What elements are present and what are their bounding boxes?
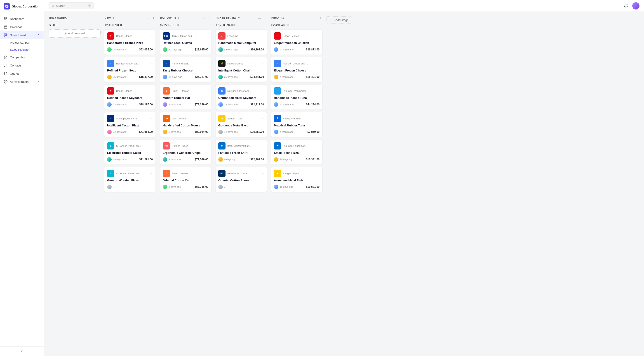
table-row[interactable]: C Batz, McDermott an... ··· Fantastic Fr… <box>215 139 267 165</box>
table-row[interactable]: B Bruen - Stanton ··· Modern Rubber Hat … <box>160 84 211 110</box>
table-row[interactable]: N Bogan - Jones ··· Handcrafted Bronze P… <box>104 30 156 55</box>
table-row[interactable]: AB Dietrich - Koch ··· Ergonomic Concret… <box>160 139 211 165</box>
svg-point-12 <box>5 64 6 65</box>
card-menu-button[interactable]: ··· <box>150 117 153 120</box>
column-menu-under-review[interactable]: ··· <box>257 16 262 21</box>
column-menu-follow-up[interactable]: ··· <box>201 16 206 21</box>
column-add-unassigned[interactable]: + <box>96 15 100 21</box>
card-footer: 22 days ago $22,635.00 <box>163 47 208 52</box>
avatar[interactable] <box>632 2 640 10</box>
card-menu-button[interactable]: ··· <box>261 117 264 120</box>
card-menu-button[interactable]: ··· <box>261 144 264 148</box>
collapse-sidebar-button[interactable] <box>4 349 40 353</box>
card-menu-button[interactable]: ··· <box>261 172 264 175</box>
table-row[interactable]: R Reinger, Glover and ... ··· Unbranded … <box>215 84 267 110</box>
logo-text: C <box>221 145 223 147</box>
search-input[interactable] <box>56 4 86 8</box>
column-add-under-review[interactable]: + <box>262 15 267 21</box>
card-menu-button[interactable]: ··· <box>150 172 153 175</box>
table-row[interactable]: N Bogan - Jones ··· Refined Plastic Keyb… <box>104 84 156 110</box>
column-add-demo[interactable]: + <box>318 15 322 21</box>
card-company: Lesch Inc <box>227 35 260 37</box>
card-amount: $78,289.00 <box>195 103 208 106</box>
card-footer: 25 days ago $34,441.00 <box>218 75 264 79</box>
sidebar-item-quotes[interactable]: Quotes <box>0 70 44 78</box>
table-row[interactable]: B Bruen - Stanton ··· Oriental Cotton Ca… <box>160 167 211 192</box>
card-menu-button[interactable]: ··· <box>150 89 153 93</box>
card-menu-button[interactable]: ··· <box>317 62 320 65</box>
card-menu-button[interactable]: ··· <box>206 89 208 93</box>
card-menu-button[interactable]: ··· <box>317 34 320 38</box>
card-menu-button[interactable]: ··· <box>206 172 208 175</box>
table-row[interactable]: O O'Conner, Parker an... ··· Generic Woo… <box>104 167 156 192</box>
table-row[interactable]: P&G Terry, Stanton and D... ··· Refined … <box>160 30 211 55</box>
table-row[interactable]: R Reinger, Glover and ... ··· Elegant Fr… <box>271 57 322 82</box>
card-menu-button[interactable]: ··· <box>206 34 208 38</box>
card-menu-button[interactable]: ··· <box>150 144 153 148</box>
table-row[interactable]: f Beatty and Sons ··· Practical Rubber T… <box>271 112 322 137</box>
company-logo: D <box>107 115 114 122</box>
card-menu-button[interactable]: ··· <box>206 62 208 65</box>
card-time: a month ago <box>280 48 304 51</box>
sidebar-item-project-kanban[interactable]: Project Kanban <box>0 39 44 46</box>
sidebar-item-dashboard[interactable]: Dashboard <box>0 15 44 23</box>
table-row[interactable]: N Bogan - Jones ··· Elegant Wooden Chick… <box>271 30 322 55</box>
card-menu-button[interactable]: ··· <box>206 117 208 120</box>
card-menu-button[interactable]: ··· <box>317 172 320 175</box>
card-title: Refined Steel Gloves <box>163 41 208 45</box>
card-menu-button[interactable]: ··· <box>261 34 264 38</box>
sidebar-item-calendar[interactable]: Calendar <box>0 23 44 31</box>
add-card-button[interactable]: ⊞Add new card <box>48 30 100 38</box>
card-header: R Reinger, Glover and ... ··· <box>274 60 320 67</box>
card-title: Refined Plastic Keyboard <box>107 96 153 100</box>
card-avatar <box>107 157 112 162</box>
card-menu-button[interactable]: ··· <box>150 62 153 65</box>
sidebar-item-sales-pipeline[interactable]: Sales Pipeline <box>0 46 44 53</box>
table-row[interactable]: GS Hermiston - Carter ··· Oriental Cotto… <box>215 167 267 192</box>
table-row[interactable]: ★ Ruecker, Paucek an... ··· Small Fresh … <box>271 139 322 165</box>
column-menu-new[interactable]: ··· <box>146 16 150 21</box>
card-title: Handmade Metal Computer <box>218 41 264 45</box>
card-amount: $21,291.00 <box>139 158 153 161</box>
table-row[interactable]: O O'Conner, Parker an... ··· Electronic … <box>104 139 156 165</box>
column-add-new[interactable]: + <box>152 15 156 21</box>
card-menu-button[interactable]: ··· <box>206 144 208 148</box>
table-row[interactable]: J Lesch Inc ··· Handmade Metal Computer … <box>215 30 267 55</box>
card-menu-button[interactable]: ··· <box>317 89 320 93</box>
table-row[interactable]: R Reinger, Glover and ... ··· Refined Fr… <box>104 57 156 82</box>
table-row[interactable]: HD Dicki - Purdy ··· Handcrafted Cotton … <box>160 112 211 137</box>
card-amount: $10,581.00 <box>306 185 320 188</box>
table-row[interactable]: M Senger - Dach ··· Gorgeous Metal Bacon… <box>215 112 267 137</box>
table-row[interactable]: 🐦 Ruecker - Wintheiser ··· Handmade Plas… <box>271 84 322 110</box>
companies-label: Companies <box>10 56 25 59</box>
notification-button[interactable] <box>622 2 630 10</box>
sidebar-item-contacts[interactable]: Contacts <box>0 61 44 70</box>
table-row[interactable]: M Senger - Dach ··· Awesome Metal Fish 1… <box>271 167 322 192</box>
card-header: 🐦 Ruecker - Wintheiser ··· <box>274 87 320 95</box>
card-time: a month ago <box>280 103 304 106</box>
card-menu-button[interactable]: ··· <box>261 62 264 65</box>
table-row[interactable]: 🍎 Hackett Group ··· Intelligent Cotton C… <box>215 57 267 82</box>
sidebar-item-companies[interactable]: Companies <box>0 53 44 61</box>
search-box[interactable]: / <box>48 3 94 9</box>
company-logo: 🍎 <box>218 60 226 67</box>
add-stage-inner[interactable]: + + Add stage <box>326 16 352 24</box>
administration-label: Administration <box>10 80 28 84</box>
sidebar-item-administration[interactable]: Administration <box>0 78 44 86</box>
add-card-label: Add new card <box>68 32 84 35</box>
column-count-demo: 10 <box>281 17 284 20</box>
table-row[interactable]: GE Reilly and Sons ··· Tasty Rubber Chee… <box>160 57 211 82</box>
card-menu-button[interactable]: ··· <box>317 144 320 148</box>
column-add-follow-up[interactable]: + <box>207 15 211 21</box>
card-avatar <box>218 130 223 134</box>
column-menu-demo[interactable]: ··· <box>312 16 317 21</box>
add-stage-button[interactable]: + + Add stage <box>326 15 356 352</box>
card-menu-button[interactable]: ··· <box>150 34 153 38</box>
card-title: Handcrafted Cotton Mouse <box>163 124 208 128</box>
column-demo: DEMO 10 ··· + $2,491,418.00 N Bogan - Jo… <box>271 15 323 352</box>
sidebar-item-scrumboard[interactable]: Scrumboard <box>0 31 44 39</box>
table-row[interactable]: D Schuppe, Glover an... ··· Intelligent … <box>104 112 156 137</box>
card-menu-button[interactable]: ··· <box>317 117 320 120</box>
card-header: B Bruen - Stanton ··· <box>163 170 208 177</box>
card-menu-button[interactable]: ··· <box>261 89 264 93</box>
